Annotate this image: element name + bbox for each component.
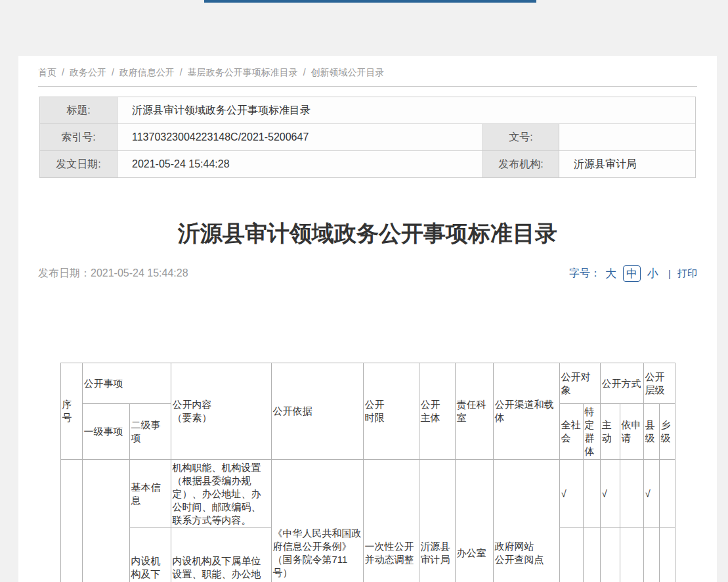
content-panel: 首页/政务公开/政府信息公开/基层政务公开事项标准目录/创新领域公开目录 标题:… bbox=[18, 56, 717, 582]
document-meta-table: 标题: 沂源县审计领域政务公开事项标准目录 索引号: 1137032300422… bbox=[39, 97, 696, 178]
cell-neirong-row1: 机构职能、机构设置（根据县委编办规定）、办公地址、办公时间、邮政编码、联系方式等… bbox=[171, 460, 271, 528]
header-cell-duixiang: 公开对 象 bbox=[559, 363, 600, 404]
font-size-large-button[interactable]: 大 bbox=[605, 266, 616, 281]
header-cell-zhudong: 主 动 bbox=[600, 404, 620, 460]
cell-check-xianji-row1: √ bbox=[643, 460, 659, 528]
cell-check-quanshehui-row2: √ bbox=[559, 528, 583, 582]
cell-yiji-shixiang bbox=[82, 460, 129, 582]
cell-erji-row2: 内设机构及下属事业单位信息 bbox=[129, 528, 171, 582]
font-size-medium-button[interactable]: 中 bbox=[623, 265, 641, 282]
cell-shixian: 一次性公开并动态调整 bbox=[363, 460, 419, 582]
cell-check-zhudong-row2: √ bbox=[600, 528, 620, 582]
meta-doc-no-label: 文号: bbox=[483, 124, 559, 151]
header-cell-qudao: 公开渠道和载 体 bbox=[493, 363, 559, 460]
header-cell-cengji: 公开 层级 bbox=[643, 363, 675, 404]
cell-check-yishenqing-row1 bbox=[620, 460, 643, 528]
breadcrumb-separator: / bbox=[180, 67, 182, 78]
page-title: 沂源县审计领域政务公开事项标准目录 bbox=[18, 217, 717, 249]
publish-date-value: 2021-05-24 15:44:28 bbox=[91, 267, 188, 279]
cell-yiju: 《中华人民共和国政府信息公开条例》（国务院令第711号） bbox=[271, 460, 363, 582]
header-cell-yiji: 一级事项 bbox=[82, 404, 129, 460]
header-cell-gongkai-shixiang: 公开事项 bbox=[82, 363, 171, 404]
cell-zhuti: 沂源县审计局 bbox=[419, 460, 455, 582]
cell-qudao: 政府网站 公开查阅点 bbox=[493, 460, 559, 582]
header-cell-fangshi: 公开方式 bbox=[600, 363, 643, 404]
breadcrumb-separator: / bbox=[112, 67, 114, 78]
header-cell-keshi: 责任科 室 bbox=[455, 363, 493, 460]
cell-check-xiangji-row2 bbox=[659, 528, 675, 582]
cell-neirong-row2: 内设机构及下属单位设置、职能、办公地址、办公时间、联系方式、负责人姓名等信息。 bbox=[171, 528, 271, 582]
header-cell-teding: 特 定 群 体 bbox=[583, 404, 600, 460]
meta-date-value: 2021-05-24 15:44:28 bbox=[118, 151, 483, 178]
publish-date-label: 发布日期： bbox=[38, 267, 91, 279]
cell-keshi: 办公室 bbox=[455, 460, 493, 582]
cell-check-quanshehui-row1: √ bbox=[559, 460, 583, 528]
article-toolbar: 发布日期：2021-05-24 15:44:28 字号： 大 中 小 | 打印 bbox=[38, 265, 697, 282]
header-cell-neirong: 公开内容 （要素） bbox=[171, 363, 271, 460]
cell-check-teding-row2 bbox=[583, 528, 600, 582]
cell-check-xianji-row2: √ bbox=[643, 528, 659, 582]
meta-doc-no-value bbox=[559, 124, 696, 151]
header-cell-erji: 二级事 项 bbox=[129, 404, 171, 460]
breadcrumb-separator: / bbox=[62, 67, 64, 78]
breadcrumb: 首页/政务公开/政府信息公开/基层政务公开事项标准目录/创新领域公开目录 bbox=[38, 56, 697, 87]
meta-index-value: 11370323004223148C/2021-5200647 bbox=[118, 124, 483, 151]
print-button[interactable]: 打印 bbox=[677, 267, 697, 280]
cell-check-xiangji-row1 bbox=[659, 460, 675, 528]
header-cell-yiju: 公开依据 bbox=[271, 363, 363, 460]
font-size-label: 字号： bbox=[569, 267, 601, 280]
cell-check-zhudong-row1: √ bbox=[600, 460, 620, 528]
breadcrumb-jiceng-mulu[interactable]: 基层政务公开事项标准目录 bbox=[188, 67, 298, 78]
header-cell-xuhao: 序号 bbox=[60, 363, 82, 460]
cell-check-yishenqing-row2 bbox=[620, 528, 643, 582]
nav-bar-bottom-edge bbox=[204, 0, 536, 3]
publish-date: 发布日期：2021-05-24 15:44:28 bbox=[38, 267, 188, 280]
breadcrumb-zhengwu[interactable]: 政务公开 bbox=[70, 67, 106, 78]
header-cell-quanshehui: 全社 会 bbox=[559, 404, 583, 460]
cell-xuhao bbox=[60, 460, 82, 582]
meta-org-label: 发布机构: bbox=[483, 151, 559, 178]
cell-erji-row1: 基本信息 bbox=[129, 460, 171, 528]
header-cell-zhuti: 公开 主体 bbox=[419, 363, 455, 460]
meta-date-label: 发文日期: bbox=[40, 151, 118, 178]
header-cell-yishenqing: 依申 请 bbox=[620, 404, 643, 460]
meta-org-value: 沂源县审计局 bbox=[559, 151, 696, 178]
font-size-controls: 字号： 大 中 小 | 打印 bbox=[569, 265, 697, 282]
breadcrumb-xinxi-gongkai[interactable]: 政府信息公开 bbox=[119, 67, 175, 78]
meta-index-label: 索引号: bbox=[40, 124, 118, 151]
header-cell-xianji: 县 级 bbox=[643, 404, 659, 460]
toolbar-divider: | bbox=[668, 268, 671, 279]
breadcrumb-home[interactable]: 首页 bbox=[38, 67, 56, 78]
header-cell-xiangji: 乡 级 bbox=[659, 404, 675, 460]
breadcrumb-chuangxin-mulu[interactable]: 创新领域公开目录 bbox=[311, 67, 385, 78]
meta-title-value: 沂源县审计领域政务公开事项标准目录 bbox=[118, 97, 696, 124]
catalog-table: 序号 公开事项 公开内容 （要素） 公开依据 公开 时限 公开 主体 责任科 室… bbox=[18, 363, 717, 582]
meta-title-label: 标题: bbox=[40, 97, 118, 124]
header-cell-shixian: 公开 时限 bbox=[363, 363, 419, 460]
cell-check-teding-row1 bbox=[583, 460, 600, 528]
font-size-small-button[interactable]: 小 bbox=[647, 266, 658, 281]
breadcrumb-separator: / bbox=[303, 67, 306, 78]
